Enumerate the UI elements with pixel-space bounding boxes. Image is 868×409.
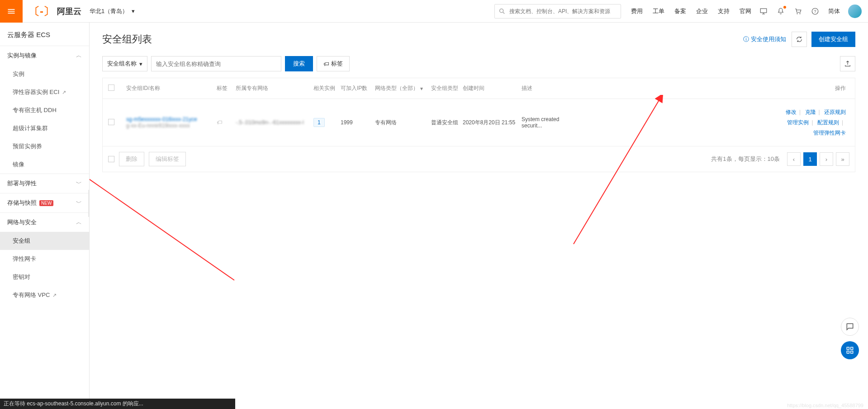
security-group-table: 安全组ID/名称 标签 所属专有网络 相关实例 可加入IP数 网络类型（全部）▾… (102, 78, 855, 172)
side-item-image[interactable]: 镜像 (0, 155, 89, 174)
side-head-label: 网络与安全 (7, 218, 37, 226)
chat-button[interactable] (841, 318, 859, 336)
global-search-input[interactable] (509, 5, 621, 18)
footer-select-all-checkbox[interactable] (108, 156, 114, 162)
side-item-securitygroup[interactable]: 安全组 (0, 232, 89, 250)
sg-name: g-xx-Eu-nnnir819ixxx-xxxx (126, 122, 190, 129)
nav-site[interactable]: 官网 (740, 7, 751, 15)
side-item-label: 超级计算集群 (13, 124, 48, 132)
chevron-down-icon: ﹀ (76, 179, 82, 188)
nav-enterprise[interactable]: 企业 (696, 7, 708, 15)
chat-icon (845, 322, 854, 331)
svg-rect-8 (847, 347, 849, 349)
side-item-eni[interactable]: 弹性网卡 (0, 250, 89, 268)
side-item-label: 弹性容器实例 ECI (13, 88, 59, 96)
export-button[interactable] (840, 56, 855, 71)
page-prev[interactable]: ‹ (787, 152, 801, 166)
nav-ticket[interactable]: 工单 (653, 7, 664, 15)
side-head-storage[interactable]: 存储与快照NEW ﹀ (0, 193, 89, 212)
logo[interactable]: 〔-〕 阿里云 (29, 4, 81, 19)
col-grouptype: 安全组类型 (431, 85, 463, 92)
lang-switch[interactable]: 简体 (828, 7, 840, 15)
nav-beian[interactable]: 备案 (674, 7, 686, 15)
logo-bracket-icon: 〔-〕 (29, 4, 54, 19)
side-item-label: 预留实例券 (13, 142, 42, 150)
cart-icon[interactable] (794, 7, 802, 15)
svg-point-0 (500, 9, 503, 12)
caret-down-icon: ▾ (139, 61, 142, 67)
edit-tag-button[interactable]: 编辑标签 (149, 152, 186, 166)
monitor-icon[interactable] (759, 7, 768, 15)
side-item-eci[interactable]: 弹性容器实例 ECI↗ (0, 83, 89, 101)
bell-icon[interactable] (777, 7, 785, 15)
col-canjoin: 可加入IP数 (341, 85, 375, 92)
page-1[interactable]: 1 (803, 152, 817, 166)
top-icons: ? 简体 (759, 7, 840, 15)
table-row: sg-m5exxxxxx-016ixxx-21yce g-xx-Eu-nnnir… (103, 99, 855, 146)
op-config-rule[interactable]: 配置规则 (817, 119, 839, 126)
col-nettype[interactable]: 网络类型（全部）▾ (375, 85, 431, 92)
chevron-up-icon: ︿ (76, 218, 82, 226)
op-modify[interactable]: 修改 (786, 109, 797, 115)
filter-type-select[interactable]: 安全组名称 ▾ (102, 56, 147, 71)
menu-icon (7, 7, 16, 16)
tag-label: 标签 (331, 60, 343, 68)
page-last[interactable]: » (836, 152, 849, 166)
sg-id-link[interactable]: sg-m5exxxxxx-016ixxx-21yce (126, 116, 197, 122)
tag-icon[interactable]: 🏷 (217, 119, 222, 126)
side-head-deploy[interactable]: 部署与弹性 ﹀ (0, 174, 89, 193)
external-link-icon: ↗ (62, 89, 66, 95)
filter-type-label: 安全组名称 (107, 60, 137, 68)
row-checkbox[interactable] (108, 119, 114, 125)
table-header: 安全组ID/名称 标签 所属专有网络 相关实例 可加入IP数 网络类型（全部）▾… (103, 78, 855, 99)
page-next[interactable]: › (820, 152, 833, 166)
desc-value: System created securit... (522, 116, 580, 129)
refresh-button[interactable] (792, 32, 807, 47)
new-badge: NEW (39, 200, 53, 206)
global-search[interactable] (494, 4, 621, 19)
side-item-reserved[interactable]: 预留实例券 (0, 137, 89, 155)
region-label: 华北1（青岛） (90, 7, 128, 15)
filter-input[interactable] (151, 56, 281, 71)
side-item-keypair[interactable]: 密钥对 (0, 268, 89, 286)
nav-support[interactable]: 支持 (718, 7, 730, 15)
tag-filter-button[interactable]: 🏷 标签 (317, 56, 350, 71)
region-selector[interactable]: 华北1（青岛） ▾ (90, 7, 135, 15)
refresh-icon (796, 36, 803, 43)
side-item-label: 镜像 (13, 160, 24, 169)
side-item-supercluster[interactable]: 超级计算集群 (0, 119, 89, 137)
side-head-instances[interactable]: 实例与镜像 ︿ (0, 46, 89, 65)
create-security-group-button[interactable]: 创建安全组 (811, 32, 855, 47)
op-manage-eni[interactable]: 管理弹性网卡 (813, 130, 846, 136)
svg-line-6 (90, 176, 234, 280)
tag-icon: 🏷 (323, 61, 329, 67)
table-footer: 删除 编辑标签 共有1条，每页显示：10条 ‹ 1 › » (103, 146, 855, 172)
side-head-network[interactable]: 网络与安全 ︿ (0, 213, 89, 232)
side-item-label: 实例 (13, 70, 24, 78)
sidebar: 云服务器 ECS 实例与镜像 ︿ 实例 弹性容器实例 ECI↗ 专有宿主机 DD… (0, 23, 90, 409)
sidebar-title: 云服务器 ECS (0, 23, 89, 46)
delete-button[interactable]: 删除 (119, 152, 144, 166)
vpc-link[interactable]: -.5-.010mo9n-.-61xxxxxxxx-l (236, 119, 304, 126)
apps-button[interactable] (841, 341, 859, 359)
side-item-instance[interactable]: 实例 (0, 65, 89, 83)
svg-rect-1 (760, 9, 767, 13)
op-manage-instance[interactable]: 管理实例 (787, 119, 809, 126)
side-item-vpc[interactable]: 专有网络 VPC↗ (0, 286, 89, 304)
help-link[interactable]: ⓘ 安全使用须知 (743, 35, 786, 43)
help-icon[interactable]: ? (811, 7, 819, 15)
search-icon (498, 8, 506, 15)
user-avatar[interactable] (848, 5, 862, 18)
nav-fee[interactable]: 费用 (631, 7, 643, 15)
side-item-label: 密钥对 (13, 273, 30, 281)
select-all-checkbox[interactable] (108, 85, 114, 91)
op-clone[interactable]: 克隆 (805, 109, 816, 115)
side-item-label: 专有宿主机 DDH (13, 106, 57, 114)
related-instance-count[interactable]: 1 (313, 118, 325, 127)
help-label: 安全使用须知 (751, 35, 786, 43)
hamburger-menu[interactable] (0, 0, 23, 23)
search-button[interactable]: 搜索 (285, 56, 313, 71)
side-item-ddh[interactable]: 专有宿主机 DDH (0, 101, 89, 119)
svg-point-3 (799, 13, 800, 14)
op-restore[interactable]: 还原规则 (824, 109, 846, 115)
